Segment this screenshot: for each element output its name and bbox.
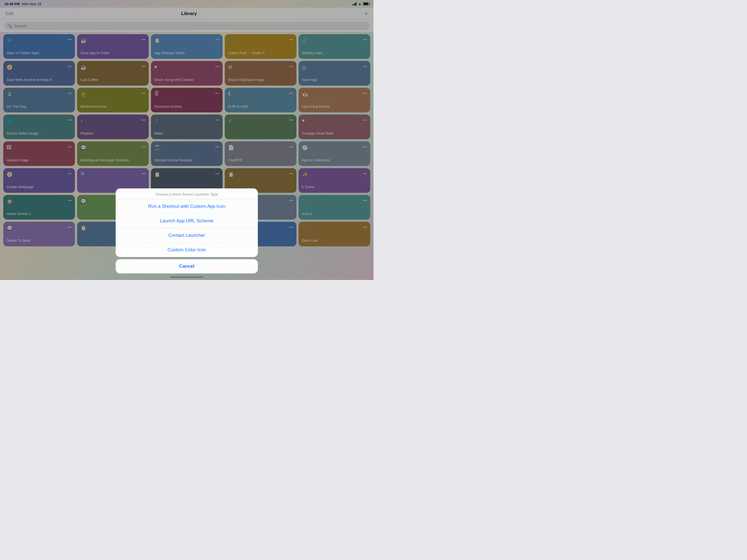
action-sheet-item-1[interactable]: Launch App URL Scheme [115, 214, 258, 228]
action-sheet-cancel-button[interactable]: Cancel [115, 259, 258, 274]
action-sheet-title: Choose a Home Screen Launcher Type [115, 188, 258, 199]
modal-overlay: Choose a Home Screen Launcher Type Run a… [0, 0, 374, 280]
action-sheet-item-3[interactable]: Custom Color Icon [115, 243, 258, 257]
action-sheet-item-2[interactable]: Contact Launcher [115, 228, 258, 243]
action-sheet-item-0[interactable]: Run a Shortcut with Custom App Icon [115, 199, 258, 214]
action-sheet: Choose a Home Screen Launcher Type Run a… [115, 188, 258, 257]
home-indicator [170, 276, 203, 278]
